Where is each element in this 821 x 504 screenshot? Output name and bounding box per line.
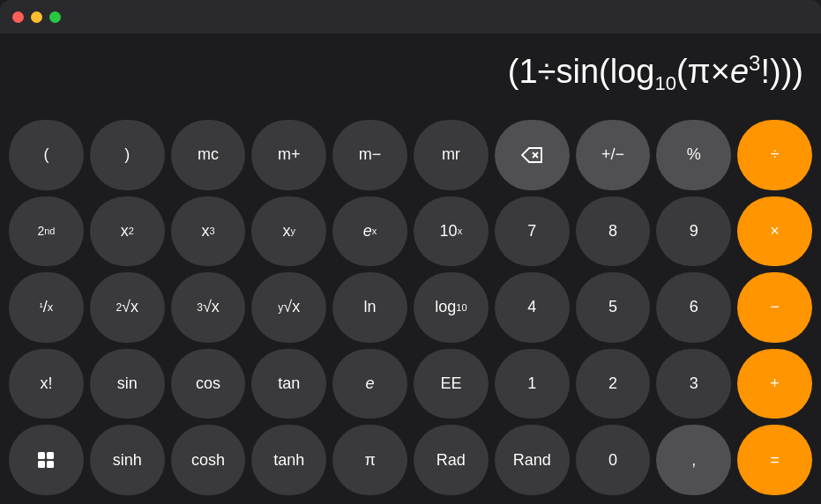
five-button[interactable]: 5 <box>576 272 651 343</box>
pi-button[interactable]: π <box>332 425 407 495</box>
button-row-4: sinhcoshtanhπRadRand0,= <box>9 425 812 495</box>
one-button[interactable]: 1 <box>495 349 570 419</box>
backspace-button[interactable] <box>495 120 570 190</box>
svg-rect-2 <box>38 452 45 459</box>
ln-button[interactable]: ln <box>332 272 407 343</box>
add-button[interactable]: + <box>737 349 812 419</box>
cosh-button[interactable]: cosh <box>171 425 246 495</box>
calculator-icon-button[interactable] <box>9 425 84 495</box>
seven-button[interactable]: 7 <box>495 196 570 267</box>
rand-button[interactable]: Rand <box>495 425 570 495</box>
nine-button[interactable]: 9 <box>656 196 731 267</box>
percent-button[interactable]: % <box>656 120 731 190</box>
tanh-button[interactable]: tanh <box>251 425 326 495</box>
button-row-1: 2ndx2x3xyex10x789× <box>9 196 812 267</box>
svg-rect-5 <box>47 461 54 468</box>
sqrt-button[interactable]: 2√x <box>90 272 165 343</box>
m-plus-button[interactable]: m+ <box>251 120 326 190</box>
tan-button[interactable]: tan <box>251 349 326 419</box>
multiply-button[interactable]: × <box>737 196 812 267</box>
two-button[interactable]: 2 <box>576 349 651 419</box>
minimize-button[interactable] <box>31 11 42 23</box>
equals-button[interactable]: = <box>737 425 812 495</box>
rad-button[interactable]: Rad <box>414 425 489 495</box>
cbrt-button[interactable]: 3√x <box>171 272 246 343</box>
svg-rect-4 <box>38 461 45 468</box>
cos-button[interactable]: cos <box>171 349 246 419</box>
decimal-button[interactable]: , <box>656 425 731 495</box>
maximize-button[interactable] <box>49 11 61 23</box>
open-paren-button[interactable]: ( <box>9 120 84 190</box>
x-squared-button[interactable]: x2 <box>90 196 165 267</box>
eight-button[interactable]: 8 <box>576 196 651 267</box>
close-paren-button[interactable]: ) <box>90 120 165 190</box>
nth-root-button[interactable]: y√x <box>251 272 326 343</box>
reciprocal-button[interactable]: ¹/x <box>9 272 84 343</box>
plus-minus-button[interactable]: +/− <box>576 120 651 190</box>
zero-button[interactable]: 0 <box>576 425 651 495</box>
subtract-button[interactable]: − <box>737 272 812 343</box>
x-to-y-button[interactable]: xy <box>251 196 326 267</box>
sin-button[interactable]: sin <box>90 349 165 419</box>
six-button[interactable]: 6 <box>656 272 731 343</box>
button-row-2: ¹/x2√x3√xy√xlnlog10456− <box>9 272 812 343</box>
mr-button[interactable]: mr <box>414 120 489 190</box>
e-to-x-button[interactable]: ex <box>332 196 407 267</box>
m-minus-button[interactable]: m− <box>332 120 407 190</box>
svg-rect-3 <box>47 452 54 459</box>
three-button[interactable]: 3 <box>656 349 731 419</box>
mc-button[interactable]: mc <box>171 120 246 190</box>
factorial-button[interactable]: x! <box>9 349 84 419</box>
euler-button[interactable]: e <box>332 349 407 419</box>
title-bar <box>0 0 821 33</box>
second-button[interactable]: 2nd <box>9 196 84 267</box>
ee-button[interactable]: EE <box>414 349 489 419</box>
button-row-0: ()mcm+m−mr +/−%÷ <box>9 120 812 190</box>
four-button[interactable]: 4 <box>495 272 570 343</box>
button-row-3: x!sincostaneEE123+ <box>9 349 812 419</box>
sinh-button[interactable]: sinh <box>90 425 165 495</box>
close-button[interactable] <box>12 11 24 23</box>
10-to-x-button[interactable]: 10x <box>414 196 489 267</box>
display: (1÷sin(log10(π×e3!))) <box>0 33 821 113</box>
x-cubed-button[interactable]: x3 <box>171 196 246 267</box>
display-expression: (1÷sin(log10(π×e3!))) <box>508 51 803 96</box>
log10-button[interactable]: log10 <box>414 272 489 343</box>
divide-button[interactable]: ÷ <box>737 120 812 190</box>
buttons-area: ()mcm+m−mr +/−%÷2ndx2x3xyex10x789×¹/x2√x… <box>0 113 821 504</box>
